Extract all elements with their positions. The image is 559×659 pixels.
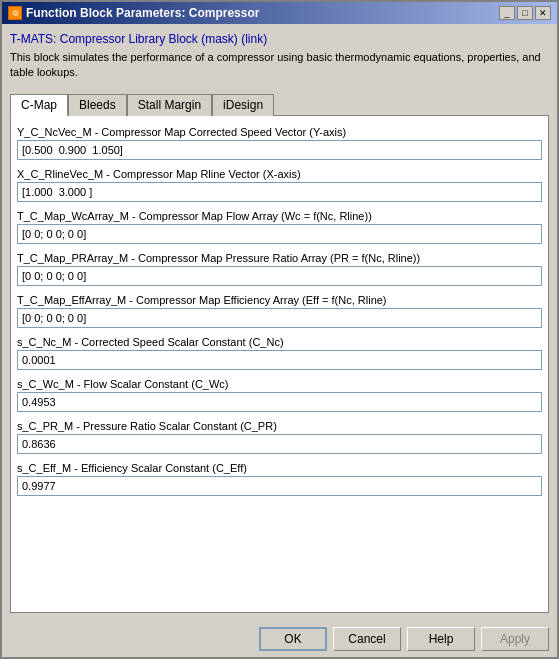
window-title: Function Block Parameters: Compressor [26,6,259,20]
tab-bleeds[interactable]: Bleeds [68,94,127,116]
param-group-0: Y_C_NcVec_M - Compressor Map Corrected S… [17,126,542,164]
param-input-7[interactable] [17,434,542,454]
param-input-6[interactable] [17,392,542,412]
param-group-5: s_C_Nc_M - Corrected Speed Scalar Consta… [17,336,542,374]
param-group-4: T_C_Map_EffArray_M - Compressor Map Effi… [17,294,542,332]
header-section: T-MATS: Compressor Library Block (mask) … [10,32,549,87]
main-window: ⚙ Function Block Parameters: Compressor … [0,0,559,659]
param-group-2: T_C_Map_WcArray_M - Compressor Map Flow … [17,210,542,248]
param-label-1: X_C_RlineVec_M - Compressor Map Rline Ve… [17,168,542,180]
help-button[interactable]: Help [407,627,475,651]
param-label-6: s_C_Wc_M - Flow Scalar Constant (C_Wc) [17,378,542,390]
tab-bar: C-Map Bleeds Stall Margin iDesign [10,93,549,115]
maximize-button[interactable]: □ [517,6,533,20]
param-label-4: T_C_Map_EffArray_M - Compressor Map Effi… [17,294,542,306]
close-button[interactable]: ✕ [535,6,551,20]
param-label-7: s_C_PR_M - Pressure Ratio Scalar Constan… [17,420,542,432]
tab-idesign[interactable]: iDesign [212,94,274,116]
content-area: T-MATS: Compressor Library Block (mask) … [2,24,557,621]
bottom-bar: OK Cancel Help Apply [2,621,557,657]
param-label-8: s_C_Eff_M - Efficiency Scalar Constant (… [17,462,542,474]
window-icon: ⚙ [8,6,22,20]
param-input-0[interactable] [17,140,542,160]
param-label-0: Y_C_NcVec_M - Compressor Map Corrected S… [17,126,542,138]
param-group-8: s_C_Eff_M - Efficiency Scalar Constant (… [17,462,542,500]
header-description: This block simulates the performance of … [10,50,549,81]
param-group-1: X_C_RlineVec_M - Compressor Map Rline Ve… [17,168,542,206]
tab-cmap[interactable]: C-Map [10,94,68,116]
param-input-4[interactable] [17,308,542,328]
param-group-6: s_C_Wc_M - Flow Scalar Constant (C_Wc) [17,378,542,416]
param-label-3: T_C_Map_PRArray_M - Compressor Map Press… [17,252,542,264]
cancel-button[interactable]: Cancel [333,627,401,651]
param-input-8[interactable] [17,476,542,496]
apply-button[interactable]: Apply [481,627,549,651]
param-label-5: s_C_Nc_M - Corrected Speed Scalar Consta… [17,336,542,348]
tab-content-cmap: Y_C_NcVec_M - Compressor Map Corrected S… [10,115,549,613]
minimize-button[interactable]: _ [499,6,515,20]
param-input-5[interactable] [17,350,542,370]
header-title: T-MATS: Compressor Library Block (mask) … [10,32,549,46]
param-group-7: s_C_PR_M - Pressure Ratio Scalar Constan… [17,420,542,458]
param-group-3: T_C_Map_PRArray_M - Compressor Map Press… [17,252,542,290]
title-bar-left: ⚙ Function Block Parameters: Compressor [8,6,259,20]
title-buttons: _ □ ✕ [499,6,551,20]
ok-button[interactable]: OK [259,627,327,651]
param-label-2: T_C_Map_WcArray_M - Compressor Map Flow … [17,210,542,222]
param-input-1[interactable] [17,182,542,202]
param-input-3[interactable] [17,266,542,286]
title-bar: ⚙ Function Block Parameters: Compressor … [2,2,557,24]
param-input-2[interactable] [17,224,542,244]
tab-stall-margin[interactable]: Stall Margin [127,94,212,116]
